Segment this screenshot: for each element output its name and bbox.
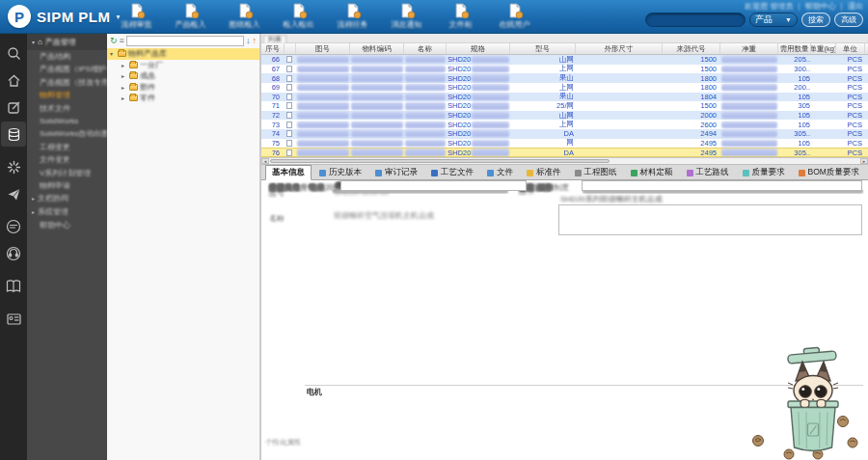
data-library-icon[interactable] (1, 122, 26, 147)
home-icon[interactable] (1, 68, 26, 93)
search-button[interactable]: 搜索 (801, 13, 830, 27)
redacted-cell (350, 101, 404, 111)
sidebar-menu-item[interactable]: 工程变更 (27, 141, 107, 153)
redacted-cell (296, 139, 350, 149)
toolbar-button[interactable]: 图纸检入 (222, 3, 267, 29)
search-category-select[interactable]: 产品 ▼ (749, 13, 798, 27)
column-header[interactable]: 名称 (404, 43, 447, 54)
sidebar-menu-item[interactable]: V系列计划管理 (27, 167, 107, 179)
detail-tab[interactable]: 文件 (481, 166, 519, 179)
column-header[interactable]: 来源代号 (663, 43, 720, 54)
table-row[interactable]: 73 SHD20 上网 2600 105 PCS (261, 120, 868, 129)
table-row[interactable]: 67 SHD20 上网 1500 300.. PCS (261, 65, 868, 74)
tree-child-node[interactable]: ▸ 零件 (107, 93, 259, 104)
toolbar-button[interactable]: 检入检出 (276, 3, 321, 29)
detail-tab[interactable]: 工程图纸 (569, 166, 623, 179)
tree-child-node[interactable]: ▸ 一分厂 (107, 60, 259, 71)
edit-icon[interactable] (1, 95, 26, 120)
message-icon[interactable] (1, 214, 26, 239)
table-row[interactable]: 75 SHD20 网 2495 105 PCS (261, 139, 868, 149)
section-title: 电机 (307, 387, 322, 397)
column-header[interactable]: 单重(kg) (811, 43, 836, 54)
detail-tab[interactable]: 工艺文件 (425, 166, 479, 179)
brand[interactable]: P SIPM PLM ▾ (8, 5, 121, 28)
expand-all-icon[interactable]: ↓ (246, 37, 251, 45)
field-value: 双级螺杆空气压缩机主机总成 (334, 210, 536, 221)
tree-root-node[interactable]: ▾ 物料产品库 (107, 48, 259, 60)
empty-cell (811, 73, 836, 83)
column-header[interactable]: 序号 (261, 43, 285, 54)
column-header[interactable]: 外形尺寸 (576, 43, 663, 54)
support-icon[interactable] (1, 241, 26, 266)
weight-cell: 205.. (778, 55, 811, 65)
send-icon[interactable] (1, 181, 26, 206)
sidebar-menu-item[interactable]: 物料管理 (27, 89, 107, 101)
field-input[interactable] (340, 180, 527, 191)
table-row[interactable]: 74 SHD20 DA 2494 305.. PCS (261, 129, 868, 139)
filter-icon[interactable]: ≡ (120, 37, 124, 45)
table-row[interactable]: 76 SHD20 DA 2495 305.. PCS (261, 148, 868, 157)
table-row[interactable]: 70 SHD20 果山 1804 105 PCS (261, 93, 868, 102)
detail-tab[interactable]: BOM质量要求 (793, 166, 865, 179)
empty-cell (576, 101, 663, 111)
collapse-all-icon[interactable]: ↑ (253, 37, 258, 45)
detail-tab[interactable]: 基本信息 (265, 165, 312, 180)
detail-tab[interactable]: 标准件 (521, 166, 567, 179)
sidebar-menu-item[interactable]: 技术文件 (27, 102, 107, 115)
idcard-icon[interactable] (1, 307, 26, 332)
cat-in-trash-mascot[interactable] (741, 346, 860, 460)
detail-tab[interactable]: 历史版本 (313, 166, 367, 179)
column-header[interactable]: 物料编码 (350, 43, 404, 54)
toolbar-button[interactable]: 在线用户 (492, 3, 537, 29)
column-header[interactable]: 规格 (447, 43, 510, 54)
table-row[interactable]: 68 SHD20 果山 1800 105 PCS (261, 73, 868, 83)
table-row[interactable]: 66 SHD20 山网 1500 205.. PCS (261, 55, 868, 65)
tree-search-input[interactable] (126, 36, 244, 46)
manual-icon[interactable] (1, 274, 26, 299)
toolbar-button[interactable]: 文件柜 (438, 3, 483, 29)
horizontal-scrollbar[interactable]: ◂ ▸ (261, 157, 868, 164)
tree-child-node[interactable]: ▸ 成品 (107, 70, 259, 82)
user-session-links[interactable]: 欢迎您 管理员 ｜ 帮助中心 ｜ 退出 (645, 1, 863, 13)
list-tab[interactable]: 列表 (263, 35, 286, 43)
sidebar-menu-group[interactable]: ▸文档协同 (27, 192, 107, 205)
detail-tab[interactable]: 工艺路线 (681, 166, 735, 179)
column-header[interactable]: 图号 (296, 43, 350, 54)
field-input[interactable] (582, 180, 862, 191)
detail-tab[interactable]: 质量要求 (737, 166, 791, 179)
detail-tab[interactable]: 材料定额 (625, 166, 679, 179)
column-header[interactable]: 单位 (836, 43, 865, 54)
image-preview-box[interactable] (558, 204, 862, 235)
sidebar-menu-item[interactable]: 物料申请 (27, 179, 107, 192)
table-row[interactable]: 72 SHD20 山网 2000 105 PCS (261, 111, 868, 121)
sidebar-menu-item[interactable]: 产品结构 (27, 50, 107, 63)
menu-section-header[interactable]: ▾ ⌂ 产品管理 (27, 34, 107, 50)
sidebar-menu-item[interactable]: 产品视图（技改专用） (27, 76, 107, 89)
table-row[interactable]: 71 SHD20 25/网 1500 305 PCS (261, 101, 868, 111)
toolbar-button[interactable]: 产品检入 (168, 3, 213, 29)
tree-child-node[interactable]: ▸ 部件 (107, 82, 259, 94)
advanced-search-button[interactable]: 高级 (834, 13, 863, 27)
sidebar-menu-item[interactable]: 产品视图（IPS维护） (27, 63, 107, 75)
toolbar-button[interactable]: 流程任务 (330, 3, 375, 29)
scrollbar-thumb[interactable] (270, 159, 610, 163)
browse-search-icon[interactable] (1, 41, 26, 66)
sidebar-help-item[interactable]: 帮助中心 (27, 219, 107, 232)
column-header[interactable]: 型号 (510, 43, 576, 54)
global-search-input[interactable] (645, 13, 746, 27)
loading-icon[interactable] (1, 154, 26, 179)
toolbar-button[interactable]: 流程审批 (114, 3, 159, 29)
sidebar-menu-item[interactable]: SolidWorks (27, 115, 107, 127)
sidebar-menu-item[interactable]: 文件变更 (27, 153, 107, 166)
empty-cell (576, 111, 663, 121)
sidebar-menu-group[interactable]: ▸系统管理 (27, 205, 107, 219)
column-header[interactable]: 净重 (720, 43, 778, 54)
column-header[interactable]: 需用数量 (778, 43, 811, 54)
document-icon (290, 3, 308, 19)
column-header[interactable] (285, 43, 296, 54)
detail-tab[interactable]: 审订记录 (369, 166, 423, 179)
refresh-icon[interactable]: ↻ (110, 37, 118, 45)
table-row[interactable]: 69 SHD20 上网 1800 200.. PCS (261, 83, 868, 93)
sidebar-menu-item[interactable]: SolidWorks自动出图 (27, 127, 107, 140)
toolbar-button[interactable]: 消息通知 (384, 3, 429, 29)
